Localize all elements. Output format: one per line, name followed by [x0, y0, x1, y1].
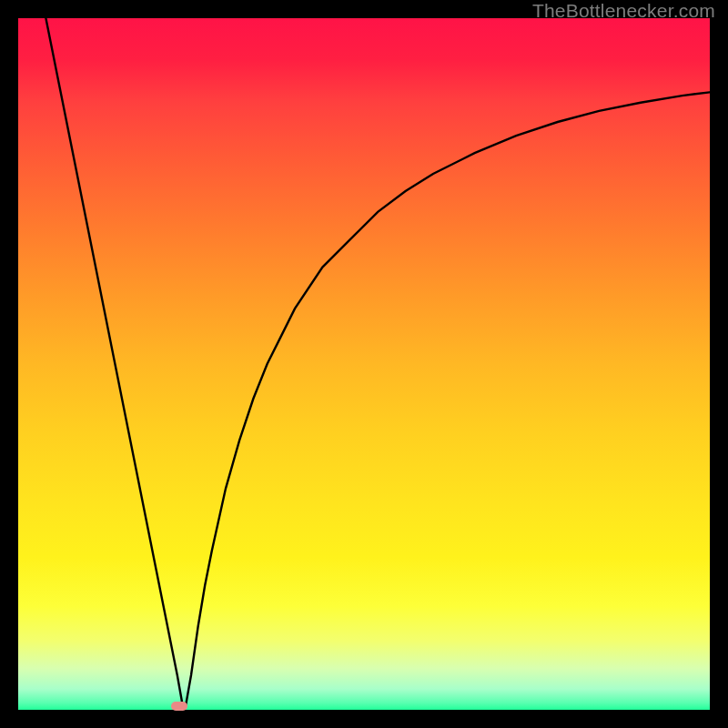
chart-frame: [18, 18, 710, 710]
gradient-background: [18, 18, 710, 710]
minimum-marker: [171, 702, 187, 711]
attribution-text: TheBottlenecker.com: [532, 0, 715, 22]
